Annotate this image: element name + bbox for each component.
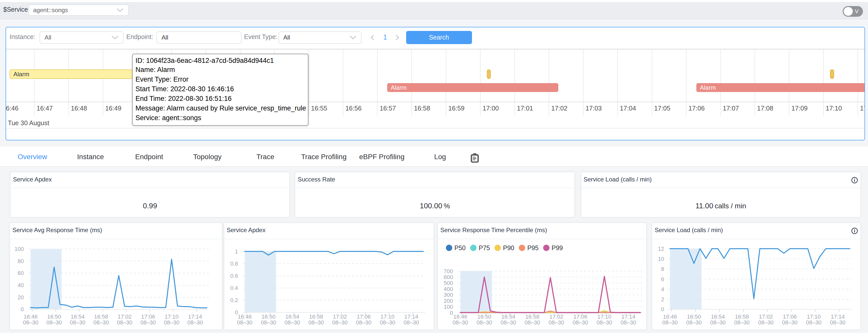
svg-text:17:02: 17:02 — [118, 314, 132, 320]
svg-text:16:50: 16:50 — [47, 314, 61, 320]
svg-text:P95: P95 — [527, 244, 538, 251]
svg-text:16:49: 16:49 — [105, 105, 121, 112]
svg-text:0: 0 — [450, 310, 453, 316]
svg-text:0.2: 0.2 — [230, 297, 238, 304]
svg-text:40: 40 — [18, 282, 24, 289]
svg-text:16:46: 16:46 — [453, 314, 467, 320]
svg-text:08–30: 08–30 — [46, 319, 62, 326]
svg-text:08–30: 08–30 — [117, 319, 132, 326]
svg-text:6: 6 — [661, 276, 664, 282]
svg-text:17:06: 17:06 — [573, 314, 587, 320]
svg-text:08–30: 08–30 — [621, 319, 636, 326]
svg-text:08–30: 08–30 — [453, 319, 468, 326]
svg-text:17:14: 17:14 — [188, 314, 202, 320]
svg-text:16:50: 16:50 — [687, 314, 701, 320]
svg-text:0.6: 0.6 — [230, 273, 238, 279]
svg-text:08–30: 08–30 — [23, 319, 38, 326]
svg-text:16:58: 16:58 — [525, 314, 539, 320]
svg-text:17:06: 17:06 — [783, 314, 797, 320]
svg-text:08–30: 08–30 — [734, 319, 750, 326]
svg-text:16:59: 16:59 — [448, 105, 464, 112]
svg-text:10: 10 — [658, 256, 664, 262]
svg-text:20: 20 — [18, 294, 24, 301]
svg-text:2: 2 — [661, 296, 664, 303]
svg-text:08–30: 08–30 — [710, 319, 726, 326]
svg-text:08–30: 08–30 — [525, 319, 540, 326]
svg-text:16:46: 16:46 — [6, 105, 18, 112]
svg-text:17:06: 17:06 — [357, 314, 371, 320]
svg-text:17:06: 17:06 — [688, 105, 705, 112]
svg-text:16:46: 16:46 — [24, 314, 37, 320]
svg-text:17:07: 17:07 — [723, 105, 739, 112]
svg-text:17:00: 17:00 — [483, 105, 499, 112]
svg-text:08–30: 08–30 — [501, 319, 516, 326]
svg-text:Tue 30 August: Tue 30 August — [8, 119, 49, 127]
svg-text:16:46: 16:46 — [238, 314, 252, 320]
svg-text:08–30: 08–30 — [662, 319, 678, 326]
svg-text:100: 100 — [444, 304, 453, 310]
svg-text:08–30: 08–30 — [596, 319, 612, 326]
svg-text:16:58: 16:58 — [735, 314, 749, 320]
svg-text:400: 400 — [444, 286, 453, 292]
svg-text:17:05: 17:05 — [654, 105, 670, 112]
svg-text:P50: P50 — [455, 244, 466, 251]
svg-text:P90: P90 — [503, 244, 514, 251]
svg-text:08–30: 08–30 — [830, 319, 845, 326]
svg-text:16:54: 16:54 — [71, 314, 85, 320]
svg-text:17:14: 17:14 — [831, 314, 845, 320]
svg-text:16:56: 16:56 — [345, 105, 361, 112]
svg-text:17:10: 17:10 — [807, 314, 821, 320]
svg-text:16:58: 16:58 — [94, 314, 108, 320]
svg-text:0: 0 — [21, 306, 24, 313]
svg-text:0.8: 0.8 — [230, 260, 238, 267]
svg-text:200: 200 — [444, 298, 453, 304]
svg-text:300: 300 — [444, 292, 453, 298]
svg-text:Alarm: Alarm — [700, 84, 716, 91]
svg-text:16:57: 16:57 — [379, 105, 396, 112]
svg-text:08–30: 08–30 — [806, 319, 822, 326]
svg-text:4: 4 — [661, 286, 664, 293]
svg-text:08–30: 08–30 — [308, 319, 324, 326]
svg-text:08–30: 08–30 — [758, 319, 774, 326]
svg-text:08–30: 08–30 — [476, 319, 492, 326]
svg-text:16:58: 16:58 — [414, 105, 430, 112]
svg-text:17:02: 17:02 — [551, 105, 567, 112]
svg-text:17:01: 17:01 — [517, 105, 533, 112]
svg-text:08–30: 08–30 — [782, 319, 798, 326]
svg-text:08–30: 08–30 — [70, 319, 85, 326]
svg-text:17:10: 17:10 — [380, 314, 395, 320]
svg-text:08–30: 08–30 — [404, 319, 419, 326]
svg-text:17:03: 17:03 — [585, 105, 601, 112]
svg-text:100: 100 — [14, 246, 24, 252]
svg-text:17:10: 17:10 — [597, 314, 611, 320]
svg-text:16:55: 16:55 — [311, 105, 327, 112]
svg-text:Alarm: Alarm — [391, 84, 406, 91]
svg-text:17:02: 17:02 — [550, 314, 563, 320]
svg-text:08–30: 08–30 — [285, 319, 300, 326]
svg-text:16:54: 16:54 — [711, 314, 725, 320]
svg-text:Alarm: Alarm — [13, 71, 29, 78]
svg-text:0.4: 0.4 — [230, 285, 238, 292]
svg-text:17:08: 17:08 — [757, 105, 773, 112]
svg-text:08–30: 08–30 — [237, 319, 252, 326]
svg-text:8: 8 — [661, 266, 664, 272]
svg-text:16:54: 16:54 — [285, 314, 299, 320]
svg-text:700: 700 — [444, 268, 453, 274]
svg-text:08–30: 08–30 — [380, 319, 395, 326]
svg-text:16:50: 16:50 — [261, 314, 276, 320]
svg-text:08–30: 08–30 — [140, 319, 156, 326]
svg-text:500: 500 — [444, 280, 453, 286]
svg-text:17:02: 17:02 — [759, 314, 773, 320]
svg-text:08–30: 08–30 — [332, 319, 348, 326]
svg-text:17:02: 17:02 — [333, 314, 347, 320]
svg-text:16:46: 16:46 — [663, 314, 677, 320]
svg-text:08–30: 08–30 — [187, 319, 203, 326]
svg-text:16:47: 16:47 — [36, 105, 53, 112]
svg-text:17:09: 17:09 — [791, 105, 807, 112]
svg-text:P75: P75 — [479, 244, 490, 251]
svg-text:12: 12 — [658, 246, 664, 252]
svg-text:16:54: 16:54 — [501, 314, 515, 320]
svg-text:17:10: 17:10 — [164, 314, 179, 320]
svg-text:08–30: 08–30 — [572, 319, 588, 326]
svg-text:16:58: 16:58 — [309, 314, 323, 320]
